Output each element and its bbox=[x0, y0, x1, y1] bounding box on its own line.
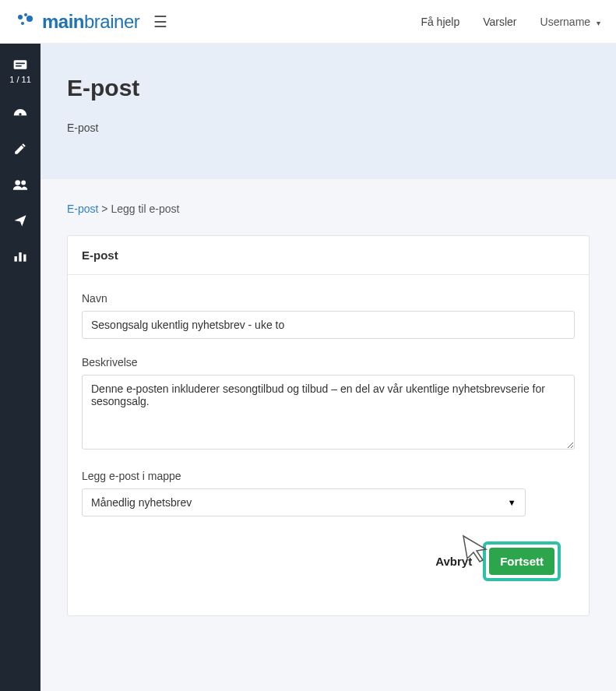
main-content: E-post E-post E-post > Legg til e-post E… bbox=[40, 44, 616, 691]
alerts-link[interactable]: Varsler bbox=[483, 16, 516, 28]
pencil-icon bbox=[12, 142, 28, 156]
svg-point-3 bbox=[21, 22, 24, 25]
card-header: E-post bbox=[68, 236, 589, 275]
menu-toggle-icon[interactable]: ☰ bbox=[153, 12, 167, 31]
page-title: E-post bbox=[67, 75, 590, 101]
svg-point-8 bbox=[15, 180, 20, 185]
users-icon bbox=[12, 178, 28, 192]
username-label: Username bbox=[540, 16, 591, 28]
continue-button[interactable]: Fortsett bbox=[489, 548, 554, 575]
name-input[interactable] bbox=[82, 311, 575, 339]
sidebar-item-edit[interactable] bbox=[12, 142, 28, 156]
bar-chart-icon bbox=[12, 249, 28, 263]
form-group-description: Beskrivelse Denne e-posten inkluderer se… bbox=[82, 356, 575, 453]
continue-highlight: Fortsett bbox=[483, 541, 561, 581]
sidebar: 1 / 11 bbox=[0, 44, 40, 691]
gauge-icon bbox=[12, 106, 28, 120]
svg-rect-5 bbox=[16, 63, 25, 65]
sidebar-item-send[interactable] bbox=[12, 213, 28, 227]
svg-rect-10 bbox=[15, 256, 17, 262]
svg-rect-11 bbox=[19, 252, 21, 262]
svg-point-0 bbox=[18, 15, 23, 19]
form-group-folder: Legg e-post i mappe Månedlig nyhetsbrev … bbox=[82, 470, 575, 516]
sidebar-item-users[interactable] bbox=[12, 178, 28, 192]
sidebar-item-progress[interactable]: 1 / 11 bbox=[9, 58, 31, 84]
breadcrumb: E-post > Legg til e-post bbox=[40, 179, 616, 221]
name-label: Navn bbox=[82, 292, 575, 305]
cancel-button[interactable]: Avbryt bbox=[435, 555, 472, 568]
sidebar-progress-label: 1 / 11 bbox=[9, 75, 31, 84]
svg-point-1 bbox=[24, 13, 27, 16]
description-textarea[interactable]: Denne e-posten inkluderer sesongtilbud o… bbox=[82, 375, 575, 450]
form-group-name: Navn bbox=[82, 292, 575, 339]
topbar: mainbrainer ☰ Få hjelp Varsler Username … bbox=[0, 0, 616, 44]
logo-text: mainbrainer bbox=[42, 11, 139, 33]
breadcrumb-sep: > bbox=[101, 203, 107, 215]
help-link[interactable]: Få hjelp bbox=[421, 16, 459, 28]
logo[interactable]: mainbrainer bbox=[16, 11, 139, 33]
folder-label: Legg e-post i mappe bbox=[82, 470, 575, 482]
logo-icon bbox=[16, 12, 37, 31]
description-label: Beskrivelse bbox=[82, 356, 575, 368]
svg-point-2 bbox=[26, 16, 33, 22]
hero: E-post E-post bbox=[40, 44, 616, 179]
svg-point-9 bbox=[21, 181, 26, 185]
svg-point-7 bbox=[19, 113, 21, 115]
card-icon bbox=[12, 58, 28, 72]
chevron-down-icon: ▾ bbox=[597, 19, 600, 27]
svg-rect-12 bbox=[23, 255, 26, 262]
user-dropdown[interactable]: Username ▾ bbox=[540, 16, 600, 28]
folder-select[interactable]: Månedlig nyhetsbrev bbox=[82, 488, 526, 516]
svg-rect-6 bbox=[16, 65, 22, 67]
svg-rect-4 bbox=[14, 60, 27, 69]
breadcrumb-current: Legg til e-post bbox=[111, 203, 179, 215]
sidebar-item-stats[interactable] bbox=[12, 249, 28, 263]
card-body: Navn Beskrivelse Denne e-posten inkluder… bbox=[68, 275, 589, 615]
page-subtitle: E-post bbox=[67, 122, 590, 134]
card-footer: Avbryt Fortsett bbox=[82, 534, 575, 595]
sidebar-item-dashboard[interactable] bbox=[12, 106, 28, 120]
breadcrumb-root-link[interactable]: E-post bbox=[67, 203, 98, 215]
topbar-links: Få hjelp Varsler Username ▾ bbox=[421, 16, 600, 28]
folder-select-wrap: Månedlig nyhetsbrev ▼ bbox=[82, 488, 526, 516]
form-card: E-post Navn Beskrivelse Denne e-posten i… bbox=[67, 235, 590, 616]
paper-plane-icon bbox=[12, 213, 28, 227]
